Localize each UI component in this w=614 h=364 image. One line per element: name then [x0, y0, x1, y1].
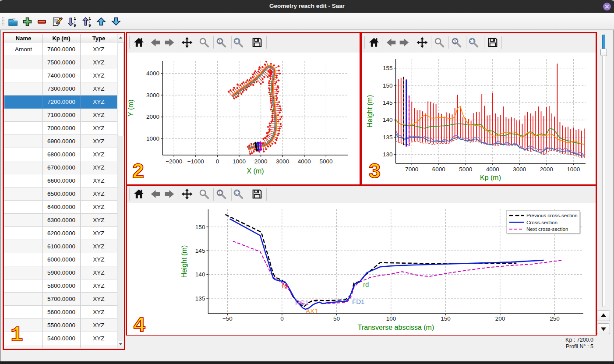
- svg-text:4000: 4000: [146, 70, 159, 77]
- svg-text:Next cross-section: Next cross-section: [526, 226, 568, 232]
- svg-text:140: 140: [383, 117, 393, 123]
- svg-text:250: 250: [550, 315, 560, 322]
- svg-text:200: 200: [495, 315, 505, 322]
- svg-text:−50: −50: [222, 315, 233, 322]
- svg-text:1: 1: [219, 190, 221, 195]
- svg-text:4000: 4000: [298, 158, 311, 165]
- svg-text:Kp (m): Kp (m): [480, 174, 501, 181]
- svg-text:Height (m): Height (m): [366, 95, 374, 128]
- svg-text:135: 135: [383, 134, 393, 141]
- svg-text:2: 2: [132, 160, 145, 184]
- svg-text:1000: 1000: [567, 166, 580, 173]
- svg-text:100: 100: [386, 315, 396, 322]
- svg-text:7000: 7000: [405, 166, 418, 173]
- svg-text:Transverse abscissa (m): Transverse abscissa (m): [358, 324, 434, 331]
- svg-text:145: 145: [383, 99, 393, 106]
- svg-text:9: 9: [74, 23, 76, 27]
- svg-text:2000: 2000: [540, 166, 553, 173]
- svg-text:50: 50: [333, 315, 340, 322]
- svg-text:150: 150: [383, 82, 393, 89]
- svg-text:150: 150: [195, 224, 205, 230]
- svg-text:−2000: −2000: [166, 158, 182, 165]
- svg-text:Cross-section: Cross-section: [526, 219, 558, 225]
- svg-text:FD1: FD1: [352, 298, 364, 305]
- svg-text:1: 1: [74, 16, 76, 21]
- svg-text:1000: 1000: [146, 135, 159, 142]
- svg-text:9: 9: [88, 23, 91, 27]
- svg-text:5000: 5000: [319, 158, 332, 165]
- svg-text:Previous cross-section: Previous cross-section: [526, 212, 578, 218]
- svg-text:140: 140: [195, 271, 205, 278]
- svg-text:rg: rg: [282, 282, 288, 289]
- svg-text:−1000: −1000: [187, 158, 204, 165]
- svg-text:Y (m): Y (m): [127, 99, 134, 117]
- svg-text:3: 3: [368, 160, 381, 184]
- svg-text:RG1: RG1: [295, 299, 309, 306]
- svg-text:1000: 1000: [233, 158, 246, 165]
- svg-text:145: 145: [195, 247, 205, 254]
- svg-text:130: 130: [383, 151, 393, 158]
- svg-text:1: 1: [219, 39, 221, 44]
- svg-text:150: 150: [441, 315, 451, 322]
- svg-text:0: 0: [280, 315, 284, 322]
- svg-text:1: 1: [454, 39, 456, 44]
- svg-text:X (m): X (m): [247, 167, 264, 175]
- svg-text:155: 155: [383, 65, 393, 71]
- svg-text:6000: 6000: [432, 166, 445, 173]
- svg-text:3000: 3000: [513, 166, 526, 173]
- svg-text:3000: 3000: [146, 92, 159, 99]
- svg-text:3000: 3000: [276, 158, 289, 165]
- svg-text:135: 135: [195, 295, 205, 302]
- svg-text:2000: 2000: [254, 158, 268, 165]
- svg-text:rd: rd: [363, 281, 369, 288]
- svg-text:1: 1: [88, 16, 91, 21]
- svg-text:Height (m): Height (m): [180, 245, 188, 278]
- svg-text:4000: 4000: [486, 166, 499, 173]
- svg-text:4: 4: [133, 314, 146, 335]
- svg-text:2000: 2000: [146, 113, 159, 120]
- svg-text:5000: 5000: [459, 166, 472, 173]
- svg-text:0: 0: [216, 158, 219, 165]
